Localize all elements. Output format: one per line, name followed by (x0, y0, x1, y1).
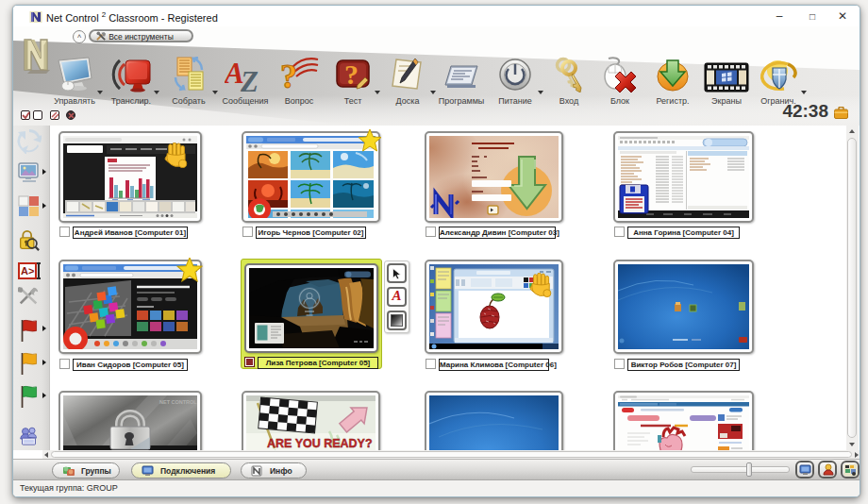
svg-text:?: ? (280, 58, 297, 92)
svg-text:?: ? (344, 59, 359, 90)
svg-text:ARE YOU READY?: ARE YOU READY? (267, 437, 373, 450)
svg-text:NET CONTROL: NET CONTROL (159, 399, 197, 405)
svg-text:Z: Z (240, 65, 259, 92)
svg-text:A>: A> (21, 265, 34, 277)
